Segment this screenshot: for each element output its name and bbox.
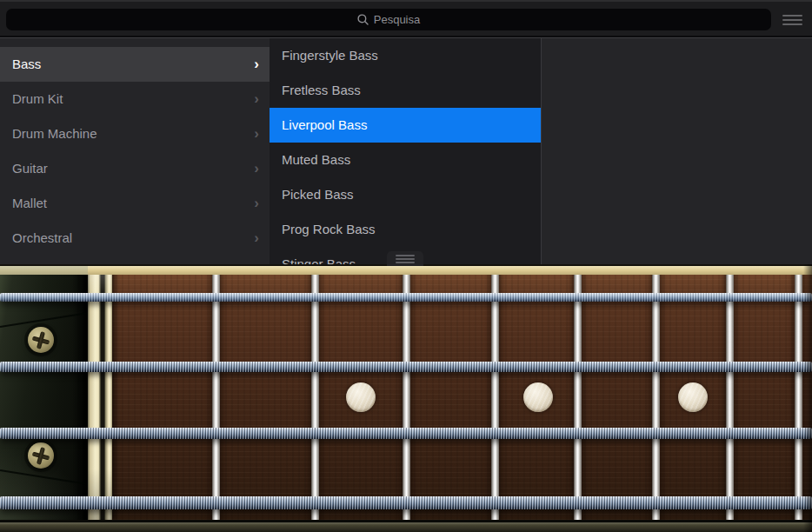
fret-marker-dot: [346, 382, 376, 412]
category-item-drum-machine[interactable]: Drum Machine›: [0, 116, 270, 151]
top-bar: Pesquisa: [0, 0, 812, 36]
category-item-mallet[interactable]: Mallet›: [0, 186, 270, 221]
category-item-orchestral[interactable]: Orchestral›: [0, 221, 270, 256]
fret-marker-dot: [523, 382, 553, 412]
chevron-right-icon: ›: [254, 116, 259, 151]
category-label: Orchestral: [12, 221, 254, 256]
instrument-menu: Bass›Drum Kit›Drum Machine›Guitar›Mallet…: [0, 37, 812, 264]
nut: [88, 266, 112, 520]
chevron-right-icon: ›: [254, 82, 259, 116]
bass-string-3[interactable]: [0, 428, 812, 439]
detail-column: [541, 38, 812, 264]
instrument-item-liverpool-bass[interactable]: Liverpool Bass: [270, 108, 541, 143]
category-item-bass[interactable]: Bass›: [0, 47, 270, 82]
chevron-right-icon: ›: [254, 186, 259, 221]
category-item-guitar[interactable]: Guitar›: [0, 151, 270, 186]
fret-marker-dot: [678, 382, 708, 412]
fretboard-bottom-edge: [0, 520, 812, 532]
category-item-drum-kit[interactable]: Drum Kit›: [0, 82, 270, 116]
fret: [311, 272, 319, 525]
grip-handle-icon[interactable]: [387, 251, 423, 266]
fret: [212, 272, 220, 525]
bass-string-4[interactable]: [0, 496, 812, 509]
instrument-item-prog-rock-bass[interactable]: Prog Rock Bass: [270, 212, 541, 247]
hamburger-icon[interactable]: [782, 15, 802, 25]
category-label: Mallet: [12, 186, 254, 221]
fret: [726, 272, 734, 525]
category-label: Drum Kit: [12, 82, 254, 116]
category-label: Guitar: [12, 151, 254, 186]
chevron-right-icon: ›: [254, 221, 259, 256]
instrument-column: Fingerstyle BassFretless BassLiverpool B…: [270, 38, 541, 264]
screw-icon: [28, 442, 54, 469]
bass-string-2[interactable]: [0, 362, 812, 372]
chevron-right-icon: ›: [254, 47, 259, 82]
bass-fretboard[interactable]: [0, 263, 812, 532]
category-label: Bass: [12, 47, 254, 82]
bass-string-1[interactable]: [0, 293, 812, 302]
fret: [403, 272, 410, 525]
fretboard-binding-headstock: [0, 266, 88, 275]
garageband-instrument-browser: Pesquisa Bass›Drum Kit›Drum Machine›Guit…: [0, 0, 812, 532]
fret: [795, 272, 802, 525]
search-field[interactable]: Pesquisa: [6, 9, 771, 30]
fret: [652, 272, 660, 525]
instrument-item-fretless-bass[interactable]: Fretless Bass: [270, 73, 541, 108]
instrument-item-muted-bass[interactable]: Muted Bass: [270, 143, 541, 177]
category-column: Bass›Drum Kit›Drum Machine›Guitar›Mallet…: [0, 38, 270, 264]
fret: [491, 272, 499, 525]
instrument-item-picked-bass[interactable]: Picked Bass: [270, 177, 541, 212]
search-input[interactable]: [6, 9, 771, 30]
chevron-right-icon: ›: [254, 151, 259, 186]
fret: [574, 272, 582, 525]
screw-icon: [28, 327, 54, 353]
fretboard-binding: [0, 266, 812, 275]
category-label: Drum Machine: [12, 116, 254, 151]
instrument-item-fingerstyle-bass[interactable]: Fingerstyle Bass: [270, 38, 541, 73]
right-edge-shadow: [803, 263, 812, 532]
